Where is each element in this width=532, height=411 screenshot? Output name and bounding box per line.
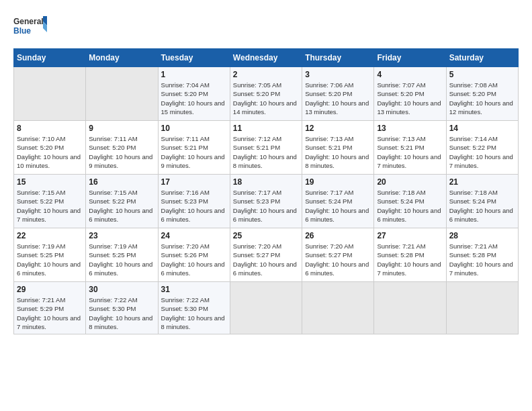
calendar-cell: 18Sunrise: 7:17 AMSunset: 5:23 PMDayligh… xyxy=(230,175,302,228)
day-number: 1 xyxy=(161,70,227,79)
calendar-cell: 2Sunrise: 7:05 AMSunset: 5:20 PMDaylight… xyxy=(230,67,302,121)
calendar-cell: 28Sunrise: 7:21 AMSunset: 5:28 PMDayligh… xyxy=(446,228,518,282)
day-info: Sunrise: 7:19 AMSunset: 5:25 PMDaylight:… xyxy=(17,242,83,277)
calendar-cell: 21Sunrise: 7:18 AMSunset: 5:24 PMDayligh… xyxy=(446,175,518,228)
day-number: 4 xyxy=(377,70,443,79)
day-number: 23 xyxy=(89,231,154,240)
day-number: 27 xyxy=(377,231,443,240)
calendar-cell: 17Sunrise: 7:16 AMSunset: 5:23 PMDayligh… xyxy=(158,175,230,228)
day-header-saturday: Saturday xyxy=(446,49,518,67)
day-info: Sunrise: 7:12 AMSunset: 5:21 PMDaylight:… xyxy=(233,134,299,170)
calendar-cell: 24Sunrise: 7:20 AMSunset: 5:26 PMDayligh… xyxy=(158,228,230,282)
calendar-cell: 1Sunrise: 7:04 AMSunset: 5:20 PMDaylight… xyxy=(158,67,230,121)
day-info: Sunrise: 7:17 AMSunset: 5:24 PMDaylight:… xyxy=(305,188,371,224)
calendar-cell xyxy=(14,67,86,121)
calendar-week-row: 22Sunrise: 7:19 AMSunset: 5:25 PMDayligh… xyxy=(14,228,519,282)
day-info: Sunrise: 7:15 AMSunset: 5:22 PMDaylight:… xyxy=(17,188,83,224)
day-number: 30 xyxy=(89,285,154,294)
calendar-cell xyxy=(230,282,302,334)
calendar-cell: 12Sunrise: 7:13 AMSunset: 5:21 PMDayligh… xyxy=(302,121,374,175)
day-info: Sunrise: 7:21 AMSunset: 5:29 PMDaylight:… xyxy=(17,295,83,331)
day-info: Sunrise: 7:15 AMSunset: 5:22 PMDaylight:… xyxy=(89,188,154,224)
day-number: 14 xyxy=(449,124,515,133)
day-number: 29 xyxy=(17,285,83,294)
day-number: 5 xyxy=(449,70,515,79)
calendar-cell: 20Sunrise: 7:18 AMSunset: 5:24 PMDayligh… xyxy=(374,175,446,228)
calendar-body: 1Sunrise: 7:04 AMSunset: 5:20 PMDaylight… xyxy=(14,67,519,334)
calendar-cell: 16Sunrise: 7:15 AMSunset: 5:22 PMDayligh… xyxy=(86,175,158,228)
day-number: 16 xyxy=(89,177,154,187)
day-info: Sunrise: 7:05 AMSunset: 5:20 PMDaylight:… xyxy=(233,81,299,116)
day-info: Sunrise: 7:04 AMSunset: 5:20 PMDaylight:… xyxy=(161,81,227,116)
day-info: Sunrise: 7:21 AMSunset: 5:28 PMDaylight:… xyxy=(449,242,515,277)
day-header-tuesday: Tuesday xyxy=(158,49,230,67)
logo: General Blue xyxy=(13,13,47,42)
day-info: Sunrise: 7:18 AMSunset: 5:24 PMDaylight:… xyxy=(377,188,443,224)
day-number: 9 xyxy=(89,124,154,133)
day-info: Sunrise: 7:19 AMSunset: 5:25 PMDaylight:… xyxy=(89,242,154,277)
day-info: Sunrise: 7:20 AMSunset: 5:26 PMDaylight:… xyxy=(161,242,227,277)
logo-icon: General Blue xyxy=(13,13,47,42)
day-header-monday: Monday xyxy=(86,49,158,67)
day-info: Sunrise: 7:17 AMSunset: 5:23 PMDaylight:… xyxy=(233,188,299,224)
calendar-cell: 3Sunrise: 7:06 AMSunset: 5:20 PMDaylight… xyxy=(302,67,374,121)
svg-text:General: General xyxy=(13,17,44,26)
day-number: 25 xyxy=(233,231,299,240)
calendar-cell xyxy=(86,67,158,121)
calendar-cell: 8Sunrise: 7:10 AMSunset: 5:20 PMDaylight… xyxy=(14,121,86,175)
calendar-cell: 30Sunrise: 7:22 AMSunset: 5:30 PMDayligh… xyxy=(86,282,158,334)
calendar-cell: 29Sunrise: 7:21 AMSunset: 5:29 PMDayligh… xyxy=(14,282,86,334)
calendar-cell: 31Sunrise: 7:22 AMSunset: 5:30 PMDayligh… xyxy=(158,282,230,334)
calendar-week-row: 8Sunrise: 7:10 AMSunset: 5:20 PMDaylight… xyxy=(14,121,519,175)
calendar-week-row: 15Sunrise: 7:15 AMSunset: 5:22 PMDayligh… xyxy=(14,175,519,228)
day-number: 18 xyxy=(233,177,299,187)
calendar-cell: 4Sunrise: 7:07 AMSunset: 5:20 PMDaylight… xyxy=(374,67,446,121)
day-number: 26 xyxy=(305,231,371,240)
day-number: 13 xyxy=(377,124,443,133)
calendar-cell: 9Sunrise: 7:11 AMSunset: 5:20 PMDaylight… xyxy=(86,121,158,175)
calendar-header-row: SundayMondayTuesdayWednesdayThursdayFrid… xyxy=(14,49,519,67)
day-header-sunday: Sunday xyxy=(14,49,86,67)
calendar-cell: 15Sunrise: 7:15 AMSunset: 5:22 PMDayligh… xyxy=(14,175,86,228)
day-number: 17 xyxy=(161,177,227,187)
day-number: 20 xyxy=(377,177,443,187)
day-info: Sunrise: 7:07 AMSunset: 5:20 PMDaylight:… xyxy=(377,81,443,116)
calendar-cell: 5Sunrise: 7:08 AMSunset: 5:20 PMDaylight… xyxy=(446,67,518,121)
day-number: 24 xyxy=(161,231,227,240)
day-number: 12 xyxy=(305,124,371,133)
day-number: 19 xyxy=(305,177,371,187)
calendar-table: SundayMondayTuesdayWednesdayThursdayFrid… xyxy=(13,48,519,334)
day-number: 22 xyxy=(17,231,83,240)
day-header-thursday: Thursday xyxy=(302,49,374,67)
day-info: Sunrise: 7:20 AMSunset: 5:27 PMDaylight:… xyxy=(233,242,299,277)
day-number: 8 xyxy=(17,124,83,133)
calendar-cell xyxy=(446,282,518,334)
calendar-cell: 25Sunrise: 7:20 AMSunset: 5:27 PMDayligh… xyxy=(230,228,302,282)
day-info: Sunrise: 7:14 AMSunset: 5:22 PMDaylight:… xyxy=(449,134,515,170)
day-header-wednesday: Wednesday xyxy=(230,49,302,67)
day-info: Sunrise: 7:11 AMSunset: 5:20 PMDaylight:… xyxy=(89,134,154,170)
day-number: 31 xyxy=(161,285,227,294)
day-info: Sunrise: 7:13 AMSunset: 5:21 PMDaylight:… xyxy=(377,134,443,170)
day-number: 11 xyxy=(233,124,299,133)
day-info: Sunrise: 7:20 AMSunset: 5:27 PMDaylight:… xyxy=(305,242,371,277)
calendar-cell: 23Sunrise: 7:19 AMSunset: 5:25 PMDayligh… xyxy=(86,228,158,282)
day-info: Sunrise: 7:22 AMSunset: 5:30 PMDaylight:… xyxy=(89,295,154,331)
calendar-cell: 11Sunrise: 7:12 AMSunset: 5:21 PMDayligh… xyxy=(230,121,302,175)
day-number: 15 xyxy=(17,177,83,187)
calendar-week-row: 1Sunrise: 7:04 AMSunset: 5:20 PMDaylight… xyxy=(14,67,519,121)
day-number: 21 xyxy=(449,177,515,187)
svg-text:Blue: Blue xyxy=(13,26,31,36)
day-info: Sunrise: 7:06 AMSunset: 5:20 PMDaylight:… xyxy=(305,81,371,116)
calendar-cell: 10Sunrise: 7:11 AMSunset: 5:21 PMDayligh… xyxy=(158,121,230,175)
day-info: Sunrise: 7:08 AMSunset: 5:20 PMDaylight:… xyxy=(449,81,515,116)
calendar-cell: 19Sunrise: 7:17 AMSunset: 5:24 PMDayligh… xyxy=(302,175,374,228)
day-header-friday: Friday xyxy=(374,49,446,67)
calendar-cell: 13Sunrise: 7:13 AMSunset: 5:21 PMDayligh… xyxy=(374,121,446,175)
day-info: Sunrise: 7:16 AMSunset: 5:23 PMDaylight:… xyxy=(161,188,227,224)
calendar-cell: 14Sunrise: 7:14 AMSunset: 5:22 PMDayligh… xyxy=(446,121,518,175)
calendar-cell: 27Sunrise: 7:21 AMSunset: 5:28 PMDayligh… xyxy=(374,228,446,282)
calendar-cell: 26Sunrise: 7:20 AMSunset: 5:27 PMDayligh… xyxy=(302,228,374,282)
day-info: Sunrise: 7:18 AMSunset: 5:24 PMDaylight:… xyxy=(449,188,515,224)
calendar-cell: 22Sunrise: 7:19 AMSunset: 5:25 PMDayligh… xyxy=(14,228,86,282)
